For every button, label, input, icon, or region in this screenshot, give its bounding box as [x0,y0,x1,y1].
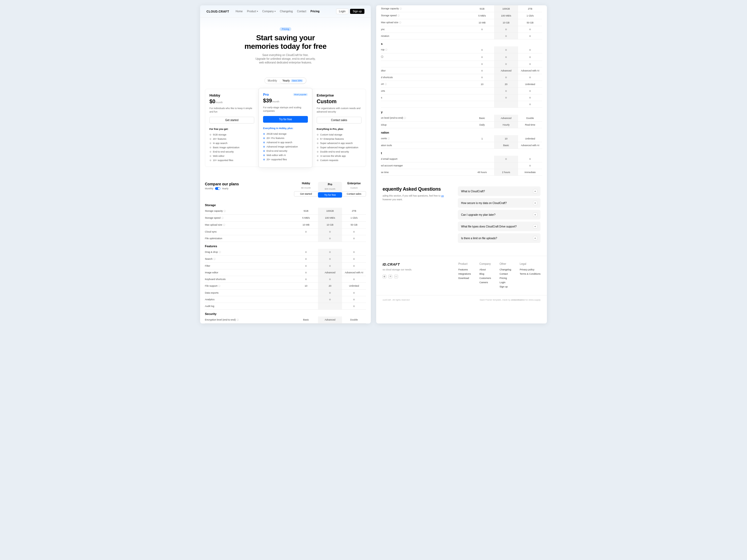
check-icon: ⊕ [329,258,331,260]
footer-link[interactable]: Pricing [499,276,511,280]
info-icon[interactable]: ⓘ [219,251,221,253]
footer-link[interactable]: Changelog [499,267,511,272]
info-icon[interactable]: ⓘ [385,83,387,85]
logo[interactable]: CLOUD.CRAFT [206,10,229,13]
footer-link[interactable]: Terms & Conditions [520,272,541,276]
nav-home[interactable]: Home [236,10,243,13]
info-icon[interactable]: ⓘ [385,49,387,51]
billing-switch[interactable] [215,187,221,190]
info-icon[interactable]: ⓘ [223,224,225,226]
footer-link[interactable]: Customers [480,276,491,280]
nav-contact[interactable]: Contact [297,10,306,13]
faq-subtitle: ading this section, if you still has que… [383,194,452,201]
plan-card-enterprise: Enterprise Custom For organizations with… [312,89,366,166]
footer-link[interactable]: Contact [499,272,511,276]
feature-item: Super advanced image optimization [317,145,361,150]
info-icon[interactable]: ⓘ [400,7,402,10]
login-button[interactable]: Login [336,8,349,14]
info-icon[interactable]: ⓘ [388,137,390,140]
compare-table-continued: Storage capacityⓘ5GB100GB2TBStorage spee… [381,5,542,176]
feature-row: Keyboard shortcuts⊕⊕⊕ [205,276,366,283]
plan-desc: For organizations with custom needs and … [317,107,361,113]
social-icon[interactable]: ◐ [383,275,386,278]
info-icon[interactable]: ⓘ [397,15,400,17]
nav-product[interactable]: Product▾ [247,10,258,13]
check-icon: ⊕ [353,265,355,267]
plan-price: Custom [317,99,361,105]
plan-card-pro: ProMost popular $39/month For early-stag… [259,88,312,167]
social-icon[interactable]: ▭ [394,275,398,278]
toggle-monthly[interactable]: Monthly [265,78,280,83]
nav-pricing[interactable]: Pricing [311,10,319,13]
plan-cta-button[interactable]: Get started [209,117,254,124]
faq-item[interactable]: What file types does CloudCraft Drive su… [458,221,541,231]
section-heading: ration [381,128,542,135]
faq-question: What is CloudCraft? [461,190,485,193]
check-icon: ⊕ [329,298,331,301]
plan-cta-button[interactable]: Try for free [263,116,308,123]
feature-row: Cloud sync⊕⊕⊕ [205,228,366,235]
feature-item: Web editor with AI [263,153,308,157]
feature-item: Super advanced in app search [317,141,361,145]
faq-item[interactable]: What is CloudCraft?+ [458,186,541,196]
plus-icon: + [533,236,537,240]
feature-row: ed account manager⊕ [381,162,542,169]
footer-link[interactable]: Download [458,276,471,280]
section-heading: y [381,108,542,115]
feature-row: Max upload sizeⓘ10 MB10 GB50 GB [205,221,366,228]
faq-item[interactable]: How secure is my data on CloudCraft?+ [458,198,541,208]
info-icon[interactable]: ⓘ [222,217,224,219]
feature-name: se time [381,169,470,176]
plan-desc: For early-stage startups and scaling com… [263,106,308,112]
info-icon[interactable]: ⓘ [213,258,215,260]
check-icon: ⊕ [353,278,355,281]
check-icon: ⊕ [529,164,531,167]
compare-cta-button[interactable]: Contact sales [342,191,366,196]
compare-cta-button[interactable]: Try for free [318,192,342,197]
feature-name: ropⓘ [381,46,470,53]
footer-link[interactable]: About [480,267,491,272]
chevron-down-icon: ▾ [275,10,276,12]
footer-bottom: oudCraft - All rights reserved SaaS Fram… [376,295,547,304]
toggle-yearly[interactable]: YearlySave 33% [280,78,306,83]
check-icon: ⊕ [353,258,355,260]
faq-question: Can I upgrade my plan later? [461,213,495,216]
info-icon[interactable]: ⓘ [237,319,239,321]
check-icon: ⊕ [329,251,331,253]
feature-name [381,101,470,108]
feature-item: End-to-end security [209,150,254,154]
footer-link[interactable]: Careers [480,280,491,285]
info-icon[interactable]: ⓘ [218,285,221,287]
nav-changelog[interactable]: Changelog [280,10,293,13]
author-link[interactable]: @davidkaimn [511,299,525,301]
footer-link[interactable]: Privacy policy [520,267,541,272]
social-icon[interactable]: ⊕ [388,275,392,278]
info-icon[interactable]: ⓘ [399,21,401,24]
check-icon: ⊕ [481,56,483,58]
faq-item[interactable]: Is there a limit on file uploads?+ [458,233,541,243]
feature-name: Keyboard shortcuts [205,276,294,283]
footer-link[interactable]: Login [499,280,511,285]
faq-item[interactable]: Can I upgrade my plan later?+ [458,210,541,219]
footer-link[interactable]: Integrations [458,272,471,276]
hero: Pricing Start saving yourmemories today … [200,18,371,71]
plan-price: $0/month [209,99,254,105]
check-icon: ⊕ [305,231,307,233]
compare-table: StorageStorage capacityⓘ5GB100GB2TBStora… [205,201,366,323]
faq-question: How secure is my data on CloudCraft? [461,202,507,205]
footer-link[interactable]: Sign up [499,285,511,289]
nav-company[interactable]: Company▾ [262,10,276,13]
faq-question: What file types does CloudCraft Drive su… [461,225,516,228]
signup-button[interactable]: Sign up [350,9,364,14]
plan-card-hobby: Hobby $0/month For individuals who like … [205,89,259,166]
compare-col-hobby: Hobby$0 /monthGet started [294,182,318,197]
check-icon: ⊕ [353,237,355,240]
info-icon[interactable]: ⓘ [224,210,226,212]
compare-cta-button[interactable]: Get started [294,191,318,196]
plan-cta-button[interactable]: Contact sales [317,117,361,124]
footer-link[interactable]: Blog [480,272,491,276]
footer-tagline: ss cloud storage our needs. [383,268,450,271]
info-icon[interactable]: ⓘ [404,117,406,119]
footer-link[interactable]: Features [458,267,471,272]
contact-link[interactable]: us [441,194,444,197]
